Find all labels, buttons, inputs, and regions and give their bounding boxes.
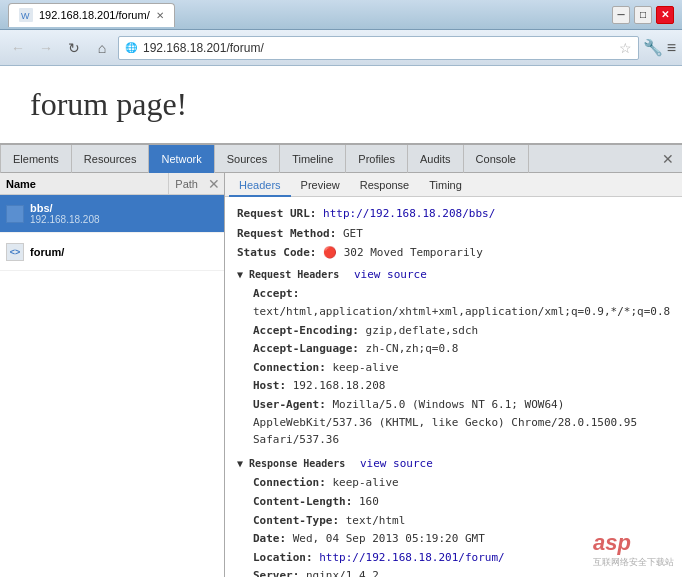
response-headers-toggle[interactable]: ▼ Response Headers	[237, 458, 345, 469]
clear-button[interactable]: ✕	[204, 173, 224, 194]
status-code-value: 302 Moved Temporarily	[344, 246, 483, 259]
tab-elements[interactable]: Elements	[0, 145, 72, 173]
tab-audits[interactable]: Audits	[408, 145, 464, 173]
browser-tab[interactable]: W 192.168.18.201/forum/ ✕	[8, 3, 175, 27]
devtools-main: Name Path ✕ bbs/ 192.168.18.208	[0, 173, 682, 577]
forward-button[interactable]: →	[34, 36, 58, 60]
titlebar: W 192.168.18.201/forum/ ✕ ─ □ ✕	[0, 0, 682, 30]
devtools-tab-bar: Elements Resources Network Sources Timel…	[0, 145, 682, 173]
header-accept-encoding: Accept-Encoding: gzip,deflate,sdch	[253, 322, 670, 340]
headers-content: Request URL: http://192.168.18.208/bbs/ …	[225, 197, 682, 577]
tab-close-icon[interactable]: ✕	[156, 10, 164, 21]
status-code-label: Status Code:	[237, 246, 316, 259]
home-button[interactable]: ⌂	[90, 36, 114, 60]
devtools-close-icon[interactable]: ✕	[654, 145, 682, 173]
address-text: 192.168.18.201/forum/	[143, 41, 613, 55]
resp-header-connection: Connection: keep-alive	[253, 474, 670, 492]
browser-toolbar: ← → ↻ ⌂ 🌐 192.168.18.201/forum/ ☆ 🔧 ≡	[0, 30, 682, 66]
view-source-link[interactable]: view source	[354, 268, 427, 281]
right-tab-headers[interactable]: Headers	[229, 173, 291, 197]
col-path-header: Path	[169, 173, 204, 194]
resource-info-forum: forum/	[30, 246, 64, 258]
tab-console[interactable]: Console	[464, 145, 529, 173]
tab-favicon: W	[19, 8, 33, 22]
tab-timeline[interactable]: Timeline	[280, 145, 346, 173]
menu-icon[interactable]: ≡	[667, 39, 676, 57]
devtools-panel: Elements Resources Network Sources Timel…	[0, 143, 682, 577]
network-right-panel: Headers Preview Response Timing Request …	[225, 173, 682, 577]
reload-button[interactable]: ↻	[62, 36, 86, 60]
header-connection: Connection: keep-alive	[253, 359, 670, 377]
page-content: forum page!	[0, 66, 682, 143]
request-headers-section: ▼ Request Headers view source	[237, 266, 670, 284]
resp-header-content-type: Content-Type: text/html	[253, 512, 670, 530]
resource-item-bbs[interactable]: bbs/ 192.168.18.208	[0, 195, 224, 233]
header-user-agent: User-Agent: Mozilla/5.0 (Windows NT 6.1;…	[253, 396, 670, 449]
tab-sources[interactable]: Sources	[215, 145, 280, 173]
header-host: Host: 192.168.18.208	[253, 377, 670, 395]
tab-network[interactable]: Network	[149, 145, 214, 173]
right-tab-timing[interactable]: Timing	[419, 173, 472, 197]
status-dot-icon: 🔴	[323, 246, 337, 259]
response-headers-section: ▼ Response Headers view source	[237, 455, 670, 473]
bookmark-icon[interactable]: ☆	[619, 40, 632, 56]
header-accept: Accept: text/html,application/xhtml+xml,…	[253, 285, 670, 320]
resp-header-content-length: Content-Length: 160	[253, 493, 670, 511]
request-url-label: Request URL:	[237, 207, 316, 220]
resource-name-forum: forum/	[30, 246, 64, 258]
right-tab-preview[interactable]: Preview	[291, 173, 350, 197]
resource-info-bbs: bbs/ 192.168.18.208	[30, 202, 100, 225]
resource-host-bbs: 192.168.18.208	[30, 214, 100, 225]
status-code-row: Status Code: 🔴 302 Moved Temporarily	[237, 244, 670, 262]
tab-resources[interactable]: Resources	[72, 145, 150, 173]
resource-name-bbs: bbs/	[30, 202, 100, 214]
right-tab-bar: Headers Preview Response Timing	[225, 173, 682, 197]
window-controls: ─ □ ✕	[612, 6, 674, 24]
network-left-panel: Name Path ✕ bbs/ 192.168.18.208	[0, 173, 225, 577]
resource-icon-bbs	[6, 205, 24, 223]
resource-item-forum[interactable]: <> forum/	[0, 233, 224, 271]
left-panel-header: Name Path ✕	[0, 173, 224, 195]
right-tab-response[interactable]: Response	[350, 173, 420, 197]
request-url-value: http://192.168.18.208/bbs/	[323, 207, 495, 220]
col-name-header: Name	[0, 173, 169, 194]
request-method-value: GET	[343, 227, 363, 240]
request-headers-toggle[interactable]: ▼ Request Headers	[237, 269, 339, 280]
svg-text:W: W	[21, 11, 30, 21]
view-source-link2[interactable]: view source	[360, 457, 433, 470]
toolbar-right: 🔧 ≡	[643, 38, 676, 57]
request-method-label: Request Method:	[237, 227, 336, 240]
page-title: forum page!	[30, 86, 652, 123]
close-button[interactable]: ✕	[656, 6, 674, 24]
address-bar[interactable]: 🌐 192.168.18.201/forum/ ☆	[118, 36, 639, 60]
tab-title: 192.168.18.201/forum/	[39, 9, 150, 21]
request-method-row: Request Method: GET	[237, 225, 670, 243]
watermark-sub: 互联网络安全下载站	[593, 556, 674, 569]
maximize-button[interactable]: □	[634, 6, 652, 24]
extension-icon[interactable]: 🔧	[643, 38, 663, 57]
address-icon: 🌐	[125, 42, 137, 53]
request-url-row: Request URL: http://192.168.18.208/bbs/	[237, 205, 670, 223]
minimize-button[interactable]: ─	[612, 6, 630, 24]
resource-icon-forum: <>	[6, 243, 24, 261]
watermark: asp 互联网络安全下载站	[593, 530, 674, 569]
tab-profiles[interactable]: Profiles	[346, 145, 408, 173]
header-accept-language: Accept-Language: zh-CN,zh;q=0.8	[253, 340, 670, 358]
watermark-text: asp	[593, 530, 674, 556]
back-button[interactable]: ←	[6, 36, 30, 60]
